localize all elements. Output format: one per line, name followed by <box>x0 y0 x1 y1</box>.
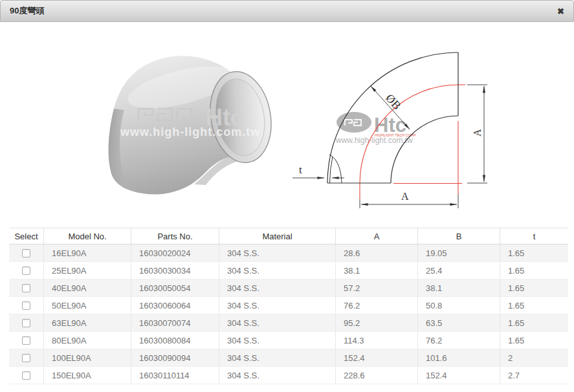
cell-a: 57.2 <box>335 279 417 296</box>
label-a-horizontal: A <box>401 191 409 202</box>
dialog-titlebar: 90度彎頭 ✖ <box>0 0 574 22</box>
cell-model: 150EL90A <box>43 367 131 384</box>
cell-select <box>9 279 43 296</box>
col-header-material: Material <box>219 228 335 244</box>
table-row: 40EL90A 16030050054 304 S.S. 57.2 38.1 1… <box>9 279 568 297</box>
cell-b: 25.4 <box>417 262 500 279</box>
cell-a: 76.2 <box>335 297 417 314</box>
cell-material: 304 S.S. <box>219 314 335 331</box>
table-row: 80EL90A 16030080084 304 S.S. 114.3 76.2 … <box>9 332 568 349</box>
cell-b: 152.4 <box>417 367 500 384</box>
row-checkbox[interactable] <box>22 249 30 257</box>
cell-material: 304 S.S. <box>219 297 335 314</box>
table-header: Select Model No. Parts No. Material A B … <box>9 228 568 245</box>
table-row: 100EL90A 16030090094 304 S.S. 152.4 101.… <box>9 349 568 367</box>
elbow-3d-photo: Htc www.high-light.com.tw <box>97 39 291 213</box>
table-row: 25EL90A 16030030034 304 S.S. 38.1 25.4 1… <box>9 262 568 279</box>
cell-t: 1.65 <box>500 279 568 296</box>
col-header-a: A <box>335 228 417 244</box>
cell-a: 28.6 <box>335 245 417 261</box>
cell-parts: 16030030034 <box>131 262 219 279</box>
row-checkbox[interactable] <box>22 267 30 275</box>
col-header-t: t <box>500 228 568 244</box>
table-row: 150EL90A 16030110114 304 S.S. 228.6 152.… <box>9 367 568 384</box>
cell-parts: 16030050054 <box>131 279 219 296</box>
cell-b: 76.2 <box>417 332 500 349</box>
cell-select <box>9 245 43 261</box>
close-icon[interactable]: ✖ <box>557 7 564 16</box>
row-checkbox[interactable] <box>22 301 30 310</box>
cell-t: 1.65 <box>500 245 568 261</box>
cell-select <box>9 332 43 349</box>
cell-select <box>9 349 43 366</box>
dimension-labels: t ØB A A <box>299 91 483 202</box>
cell-parts: 16030090094 <box>131 349 219 366</box>
dialog-title: 90度彎頭 <box>10 5 44 17</box>
cell-b: 50.8 <box>417 297 500 314</box>
cell-model: 40EL90A <box>43 279 131 296</box>
cell-select <box>9 314 43 331</box>
cell-parts: 16030110114 <box>131 367 219 384</box>
table-row: 63EL90A 16030070074 304 S.S. 95.2 63.5 1… <box>9 314 568 332</box>
cell-parts: 16030060064 <box>131 297 219 314</box>
cell-t: 2.7 <box>500 367 568 384</box>
cell-parts: 16030020024 <box>131 245 219 261</box>
cell-material: 304 S.S. <box>219 279 335 296</box>
row-checkbox[interactable] <box>22 371 30 380</box>
col-header-parts: Parts No. <box>131 228 219 244</box>
cell-a: 114.3 <box>335 332 417 349</box>
table-body: 16EL90A 16030020024 304 S.S. 28.6 19.05 … <box>9 245 568 384</box>
cell-a: 95.2 <box>335 314 417 331</box>
cell-model: 63EL90A <box>43 314 131 331</box>
cell-model: 80EL90A <box>43 332 131 349</box>
cell-t: 1.65 <box>500 314 568 331</box>
cell-b: 38.1 <box>417 279 500 296</box>
drawing-watermark-url: www.high-light.com.tw <box>335 136 413 145</box>
cell-model: 100EL90A <box>43 349 131 366</box>
drawing-watermark: Htc HIGHLIGHT TECH CORP www.high-light.c… <box>335 112 416 145</box>
cell-select <box>9 262 43 279</box>
cell-b: 19.05 <box>417 245 500 261</box>
cell-b: 63.5 <box>417 314 500 331</box>
cell-material: 304 S.S. <box>219 262 335 279</box>
cell-model: 50EL90A <box>43 297 131 314</box>
cell-parts: 16030070074 <box>131 314 219 331</box>
cell-t: 1.65 <box>500 262 568 279</box>
spec-table: Select Model No. Parts No. Material A B … <box>9 228 568 384</box>
cell-a: 152.4 <box>335 349 417 366</box>
cell-select <box>9 367 43 384</box>
cell-t: 1.65 <box>500 297 568 314</box>
photo-watermark-url: www.high-light.com.tw <box>120 125 260 138</box>
row-checkbox[interactable] <box>22 284 30 292</box>
cell-a: 38.1 <box>335 262 417 279</box>
table-row: 50EL90A 16030060064 304 S.S. 76.2 50.8 1… <box>9 297 568 314</box>
cell-parts: 16030080084 <box>131 332 219 349</box>
label-thickness: t <box>299 164 302 176</box>
label-a-vertical: A <box>472 129 483 136</box>
cell-t: 1.65 <box>500 332 568 349</box>
cell-model: 25EL90A <box>43 262 131 279</box>
cell-select <box>9 297 43 314</box>
cell-t: 2 <box>500 349 568 366</box>
row-checkbox[interactable] <box>22 336 30 345</box>
cell-model: 16EL90A <box>43 245 131 261</box>
row-checkbox[interactable] <box>22 354 30 362</box>
label-diameter: ØB <box>383 91 404 112</box>
cell-material: 304 S.S. <box>219 332 335 349</box>
table-row: 16EL90A 16030020024 304 S.S. 28.6 19.05 … <box>9 245 568 262</box>
cell-material: 304 S.S. <box>219 349 335 366</box>
row-checkbox[interactable] <box>22 319 30 327</box>
cell-material: 304 S.S. <box>219 367 335 384</box>
col-header-b: B <box>417 228 500 244</box>
col-header-model: Model No. <box>43 228 131 244</box>
cell-material: 304 S.S. <box>219 245 335 261</box>
elbow-dimension-drawing: Htc HIGHLIGHT TECH CORP www.high-light.c… <box>285 44 498 217</box>
cell-b: 101.6 <box>417 349 500 366</box>
col-header-select: Select <box>9 228 43 244</box>
cell-a: 228.6 <box>335 367 417 384</box>
